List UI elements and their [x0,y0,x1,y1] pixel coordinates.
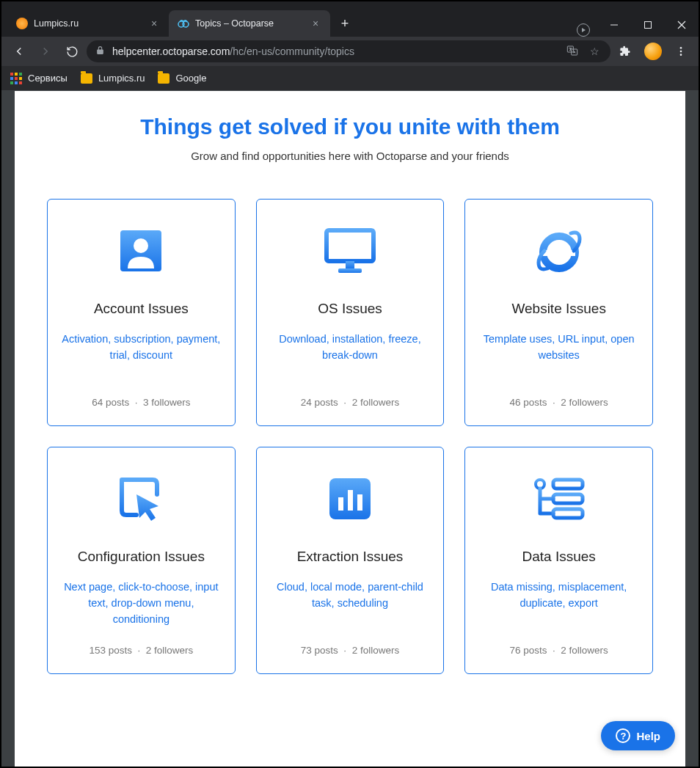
svg-rect-3 [645,22,652,29]
topic-card[interactable]: Account IssuesActivation, subscription, … [47,199,236,426]
page-viewport: Things get solved if you unite with them… [1,91,699,767]
help-icon: ? [616,728,630,743]
chart-icon [328,469,372,528]
favicon-icon [178,18,189,29]
svg-point-12 [134,238,148,253]
svg-rect-19 [338,497,343,511]
bookmarks-bar: Сервисы Lumpics.ru Google [1,66,699,91]
card-description: Template uses, URL input, open websites [478,332,639,381]
card-description: Cloud, local mode, parent-child task, sc… [270,579,431,629]
card-description: Next page, click-to-choose, input text, … [61,579,222,629]
hero-section: Things get solved if you unite with them… [15,91,685,169]
svg-rect-23 [553,480,583,489]
address-bar[interactable]: helpcenter.octoparse.com/hc/en-us/commun… [87,40,610,62]
favicon-icon [16,18,28,29]
topics-grid: Account IssuesActivation, subscription, … [15,169,685,703]
svg-rect-13 [327,230,373,261]
extensions-button[interactable] [613,40,637,63]
tab-title: Topics – Octoparse [195,18,304,29]
monitor-icon [324,222,376,280]
card-description: Activation, subscription, payment, trial… [61,332,222,381]
tab-title: Lumpics.ru [34,18,142,29]
svg-point-1 [183,21,189,27]
profile-avatar[interactable] [644,43,662,60]
account-icon [117,222,164,280]
hero-title: Things get solved if you unite with them [29,114,671,139]
card-description: Data missing, misplacement, duplicate, e… [478,579,639,629]
card-title: Configuration Issues [78,549,205,565]
page-content[interactable]: Things get solved if you unite with them… [15,91,685,767]
apps-icon [10,73,22,84]
card-title: Extraction Issues [297,549,404,565]
ie-icon [534,222,584,280]
menu-button[interactable] [669,40,693,63]
card-meta: 46 posts · 2 followers [509,397,608,408]
svg-point-8 [680,47,682,49]
topic-card[interactable]: OS IssuesDownload, installation, freeze,… [256,199,445,426]
topic-card[interactable]: Configuration IssuesNext page, click-to-… [47,447,236,674]
svg-point-9 [680,51,682,53]
svg-rect-21 [357,494,362,511]
card-description: Download, installation, freeze, break-do… [270,332,431,381]
forward-button[interactable] [34,40,57,63]
browser-tab-lumpics[interactable]: Lumpics.ru × [7,10,169,37]
card-title: Account Issues [94,301,189,317]
tree-icon [533,469,586,528]
bookmark-star-icon[interactable]: ☆ [587,45,602,57]
card-meta: 64 posts · 3 followers [92,397,190,408]
card-meta: 73 posts · 2 followers [301,645,399,656]
help-label: Help [636,730,660,742]
minimize-button[interactable] [597,13,631,37]
close-tab-icon[interactable]: × [148,18,160,29]
media-control-icon[interactable] [577,23,590,37]
back-button[interactable] [7,40,31,63]
window-controls [597,12,699,37]
topic-card[interactable]: Website IssuesTemplate uses, URL input, … [464,199,653,426]
card-title: OS Issues [318,301,382,317]
topic-card[interactable]: Data IssuesData missing, misplacement, d… [464,447,653,674]
new-tab-button[interactable]: + [335,13,355,34]
svg-rect-14 [346,261,354,268]
maximize-button[interactable] [631,13,665,37]
svg-rect-24 [553,494,583,503]
bookmark-label: Google [175,73,206,84]
bookmark-label: Lumpics.ru [98,73,145,84]
tab-strip: Lumpics.ru × Topics – Octoparse × + [1,10,577,37]
svg-rect-15 [338,268,362,273]
svg-rect-20 [348,490,353,511]
close-tab-icon[interactable]: × [310,18,321,29]
translate-icon[interactable] [565,45,580,59]
bookmark-google[interactable]: Google [158,73,206,84]
card-meta: 24 posts · 2 followers [301,397,399,408]
browser-tab-octoparse[interactable]: Topics – Octoparse × [169,10,330,37]
hero-subtitle: Grow and find opportunities here with Oc… [29,150,671,162]
card-title: Data Issues [522,549,595,565]
lock-icon [95,45,105,57]
folder-icon [81,73,92,84]
svg-rect-17 [543,250,575,256]
apps-label: Сервисы [28,73,68,84]
url-text: helpcenter.octoparse.com/hc/en-us/commun… [112,45,558,57]
card-title: Website Issues [511,301,605,317]
cursor-icon [116,469,166,528]
svg-rect-25 [553,509,583,518]
browser-toolbar: helpcenter.octoparse.com/hc/en-us/commun… [1,37,699,66]
window-titlebar: Lumpics.ru × Topics – Octoparse × + [1,1,699,37]
card-meta: 153 posts · 2 followers [89,645,193,656]
card-meta: 76 posts · 2 followers [509,645,608,656]
bookmark-lumpics[interactable]: Lumpics.ru [81,73,145,84]
apps-shortcut[interactable]: Сервисы [10,73,68,84]
folder-icon [158,73,169,84]
reload-button[interactable] [60,40,84,63]
topic-card[interactable]: Extraction IssuesCloud, local mode, pare… [256,447,445,674]
help-button[interactable]: ? Help [601,721,675,750]
svg-point-10 [680,54,682,56]
close-window-button[interactable] [665,13,699,37]
